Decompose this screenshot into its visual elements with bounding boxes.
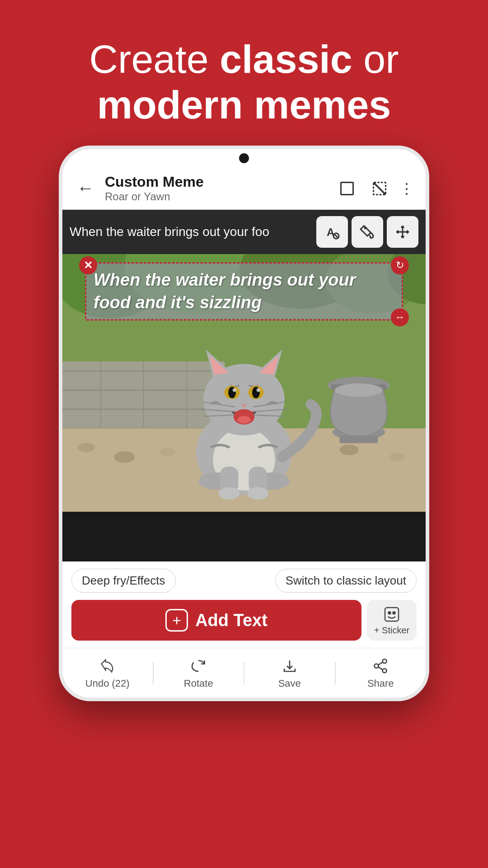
svg-point-22 bbox=[160, 448, 175, 457]
undo-label: Undo (22) bbox=[85, 678, 130, 689]
svg-point-65 bbox=[375, 664, 379, 668]
hero-section: Create classic or modern memes bbox=[0, 0, 488, 146]
hero-bold-modern: modern memes bbox=[97, 82, 391, 127]
nav-undo[interactable]: Undo (22) bbox=[62, 657, 153, 689]
svg-point-31 bbox=[335, 383, 383, 397]
bottom-action-area: Deep fry/Effects Switch to classic layou… bbox=[62, 561, 426, 648]
font-style-button[interactable]: A bbox=[316, 216, 348, 248]
undo-icon bbox=[99, 657, 117, 675]
svg-point-39 bbox=[219, 487, 240, 500]
header-subtitle: Roar or Yawn bbox=[105, 190, 325, 203]
crop-square-button[interactable] bbox=[334, 176, 360, 201]
font-icon: A bbox=[324, 224, 340, 240]
move-button[interactable] bbox=[387, 216, 418, 248]
svg-rect-61 bbox=[385, 608, 399, 621]
svg-rect-0 bbox=[341, 182, 353, 194]
phone-container: ← Custom Meme Roar or Yawn bbox=[0, 146, 488, 701]
nav-rotate[interactable]: Rotate bbox=[154, 657, 244, 689]
add-text-button[interactable]: + Add Text bbox=[71, 600, 361, 641]
svg-point-20 bbox=[78, 443, 95, 453]
phone-mockup: ← Custom Meme Roar or Yawn bbox=[59, 146, 429, 701]
svg-point-54 bbox=[237, 416, 251, 424]
save-icon bbox=[281, 657, 299, 675]
text-box-resize-handle[interactable]: ↔ bbox=[391, 308, 409, 326]
svg-point-66 bbox=[383, 669, 387, 673]
text-box[interactable]: ✕ ↻ When the waiter brings out your food… bbox=[85, 262, 403, 321]
svg-point-27 bbox=[389, 453, 405, 462]
action-chips-row: Deep fry/Effects Switch to classic layou… bbox=[71, 569, 417, 593]
svg-point-25 bbox=[293, 455, 310, 464]
text-overlay-container: ✕ ↻ When the waiter brings out your food… bbox=[85, 262, 403, 321]
phone-camera bbox=[239, 153, 249, 163]
hero-bold-classic: classic bbox=[220, 37, 352, 81]
svg-point-63 bbox=[393, 612, 395, 614]
paint-icon bbox=[359, 224, 375, 240]
svg-point-21 bbox=[114, 452, 135, 463]
hero-title: Create classic or modern memes bbox=[27, 36, 461, 127]
rotate-label: Rotate bbox=[184, 678, 213, 689]
more-options-button[interactable]: ⋮ bbox=[399, 180, 413, 197]
phone-notch bbox=[62, 149, 426, 167]
add-text-row: + Add Text + Sticker bbox=[71, 600, 417, 641]
svg-point-64 bbox=[383, 659, 387, 663]
rotate-icon bbox=[189, 657, 207, 675]
bottom-nav: Undo (22) Rotate bbox=[62, 648, 426, 698]
svg-rect-32 bbox=[340, 436, 378, 443]
text-box-content: When the waiter brings out your food and… bbox=[94, 269, 394, 314]
text-input[interactable] bbox=[70, 225, 313, 239]
svg-point-51 bbox=[257, 388, 260, 392]
add-text-label: Add Text bbox=[195, 611, 267, 630]
header-title-block: Custom Meme Roar or Yawn bbox=[105, 174, 325, 203]
share-icon bbox=[371, 657, 389, 675]
no-border-icon bbox=[371, 180, 388, 197]
nav-save[interactable]: Save bbox=[244, 657, 335, 689]
paint-button[interactable] bbox=[352, 216, 383, 248]
svg-point-4 bbox=[365, 227, 366, 229]
back-button[interactable]: ← bbox=[75, 177, 96, 200]
app-header: ← Custom Meme Roar or Yawn bbox=[62, 167, 426, 210]
svg-line-67 bbox=[378, 662, 383, 665]
svg-line-68 bbox=[378, 667, 383, 670]
sticker-label: + Sticker bbox=[374, 625, 409, 636]
move-icon bbox=[394, 224, 411, 240]
deep-fry-chip[interactable]: Deep fry/Effects bbox=[71, 569, 176, 593]
save-label: Save bbox=[278, 678, 301, 689]
canvas-area[interactable]: ✕ ↻ When the waiter brings out your food… bbox=[62, 254, 426, 561]
add-text-plus-icon: + bbox=[165, 609, 188, 632]
svg-point-62 bbox=[389, 612, 391, 614]
no-border-button[interactable] bbox=[367, 176, 392, 201]
nav-share[interactable]: Share bbox=[336, 657, 426, 689]
text-input-bar: A bbox=[62, 210, 426, 254]
header-main-title: Custom Meme bbox=[105, 174, 325, 190]
svg-point-50 bbox=[233, 388, 236, 392]
header-icons: ⋮ bbox=[334, 176, 413, 201]
crop-square-icon bbox=[339, 180, 355, 197]
switch-layout-chip[interactable]: Switch to classic layout bbox=[275, 569, 417, 593]
sticker-button[interactable]: + Sticker bbox=[367, 600, 417, 641]
svg-point-26 bbox=[340, 445, 359, 455]
svg-point-40 bbox=[247, 487, 268, 500]
sticker-icon bbox=[383, 605, 401, 623]
share-label: Share bbox=[367, 678, 394, 689]
